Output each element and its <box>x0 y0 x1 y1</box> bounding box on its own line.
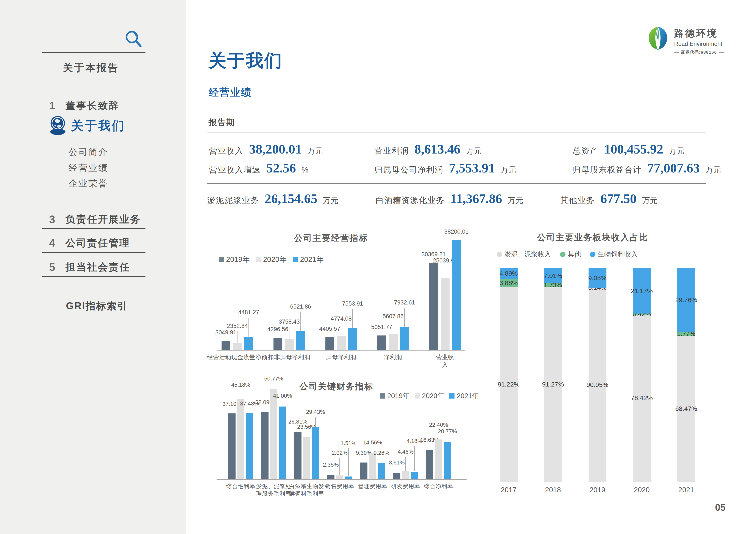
bar-value-label: 22.40% <box>429 421 448 428</box>
bar-value-label: 1.51% <box>340 440 357 446</box>
label-leader-line <box>405 457 406 471</box>
section-title: 经营业绩 <box>209 86 252 99</box>
bar-value-label: 4296.56 <box>267 326 288 333</box>
segment-value-label: 91.27% <box>542 381 564 388</box>
bar-value-label: 29.43% <box>306 409 325 415</box>
divider <box>42 228 146 229</box>
legend-item: 2019年 <box>219 255 250 265</box>
axis-category-label: 净利润 <box>384 354 402 361</box>
metric-shareholders-equity: 归母股东权益合计77,007.63万元 <box>573 161 721 176</box>
label-leader-line <box>339 458 340 475</box>
bar-value-label: 45.18% <box>231 382 250 388</box>
legend-item: 2021年 <box>449 391 479 401</box>
legend-swatch <box>219 257 224 262</box>
bar <box>261 412 269 479</box>
bar-value-label: 14.56% <box>363 439 382 446</box>
chart-legend: 2019年2020年2021年 <box>219 255 324 265</box>
label-leader-line <box>289 327 289 339</box>
stock-code: 证券代码:688156 <box>674 50 724 55</box>
divider <box>207 132 706 132</box>
axis-year-label: 2019 <box>589 486 605 494</box>
bar <box>274 338 282 350</box>
label-leader-line <box>249 318 249 337</box>
label-leader-line <box>237 331 237 343</box>
axis-category-label: 销售费用率 <box>325 483 354 490</box>
label-leader-line <box>348 448 349 476</box>
bar <box>369 453 376 479</box>
sidebar-subitem-corporate-honors[interactable]: 企业荣誉 <box>68 177 108 190</box>
label-leader-line <box>414 446 415 471</box>
bar <box>303 437 310 479</box>
sidebar-subitem-company-profile[interactable]: 公司简介 <box>68 146 108 158</box>
page-title: 关于我们 <box>209 49 283 73</box>
axis-year-label: 2021 <box>678 486 694 494</box>
legend-item: 2020年 <box>415 391 444 401</box>
sidebar-item-responsibility-management[interactable]: 4 公司责任管理 <box>49 237 130 250</box>
metric-sludge-business: 淤泥泥浆业务26,154.65万元 <box>207 191 338 206</box>
segment-value-label: 4.89% <box>499 270 518 277</box>
bar-value-label: 4.46% <box>398 448 414 455</box>
bar-value-label: 6521.86 <box>290 303 311 310</box>
divider <box>42 85 146 85</box>
chart-key-financial-indicators: 公司关键财务指标 2019年2020年2021年 综合毛利率37.10%45.1… <box>217 378 469 503</box>
bar-value-label: 20.77% <box>438 428 457 435</box>
sidebar-item-responsible-business[interactable]: 3 负责任开展业务 <box>49 213 141 226</box>
segment-value-label: 78.42% <box>631 394 653 402</box>
legend-label: 淤泥、泥浆收入 <box>504 250 551 259</box>
legend-label: 2021年 <box>457 391 479 401</box>
sidebar-item-label: 董事长致辞 <box>66 99 120 113</box>
legend-item: 2020年 <box>256 255 287 265</box>
legend-swatch <box>256 257 261 262</box>
axis-category-label: 扣非归母净利润 <box>268 354 310 361</box>
bar <box>325 337 334 350</box>
bar-value-label: 4.18% <box>406 438 422 445</box>
chart-title: 公司关键财务指标 <box>299 380 373 392</box>
legend-label: 2019年 <box>387 391 410 401</box>
axis-year-label: 2017 <box>500 486 516 494</box>
search-icon[interactable] <box>124 30 143 49</box>
sidebar-subitem-business-performance[interactable]: 经营业绩 <box>68 162 108 174</box>
legend-dot-icon <box>560 252 565 257</box>
bar <box>393 472 400 479</box>
label-leader-line <box>341 324 341 336</box>
bar <box>296 331 305 350</box>
bar <box>441 278 449 350</box>
axis-category-label: 营业收入 <box>433 354 457 369</box>
chart-legend: 淤泥、泥浆收入其他生物饲料收入 <box>497 250 638 259</box>
chart-title: 公司主要业务板块收入占比 <box>537 232 648 243</box>
segment-value-label: 68.47% <box>675 405 697 412</box>
bar-value-label: 9.28% <box>373 449 390 456</box>
bar-value-label: 2.02% <box>332 449 348 456</box>
axis-category-label: 研发费用率 <box>391 483 420 490</box>
bar <box>285 339 294 350</box>
legend-swatch <box>415 394 420 398</box>
sidebar-item-about-report[interactable]: 关于本报告 <box>63 61 119 74</box>
sidebar-toc: 关于本报告 1 董事长致辞 关于我们 公司简介 经营业绩 企业荣誉 3 负责任开… <box>0 0 186 534</box>
sidebar-item-label: 负责任开展业务 <box>66 213 141 226</box>
legend-label: 2020年 <box>422 391 444 401</box>
sidebar-item-gri-index[interactable]: GRI指标索引 <box>66 299 128 313</box>
chart-legend: 2019年2020年2021年 <box>380 391 479 401</box>
x-axis <box>217 350 465 350</box>
bar <box>345 476 352 479</box>
bar <box>360 463 367 479</box>
sidebar-item-chairman[interactable]: 1 董事长致辞 <box>49 99 120 113</box>
sidebar-item-social-responsibility[interactable]: 5 担当社会责任 <box>49 261 130 274</box>
bar-value-label: 3.61% <box>389 459 405 466</box>
chart-title: 公司主要经营指标 <box>294 232 368 244</box>
logo-company-name: 路德环境 <box>674 27 724 40</box>
bar <box>435 440 442 479</box>
bar <box>246 413 253 479</box>
legend-swatch <box>293 257 298 262</box>
axis-category-label: 综合毛利率 <box>226 483 256 490</box>
bar-value-label: 5607.86 <box>383 313 404 320</box>
bar-value-label: 2352.84 <box>227 323 248 329</box>
sidebar-item-label: 关于我们 <box>71 117 125 134</box>
sidebar-item-about-us-active[interactable]: 关于我们 <box>49 116 125 136</box>
sidebar-item-number: 3 <box>49 213 66 226</box>
label-leader-line <box>393 322 393 333</box>
bar-value-label: 50.77% <box>264 375 283 382</box>
divider <box>42 252 146 253</box>
page-number: 05 <box>715 502 726 513</box>
bar <box>378 463 385 479</box>
